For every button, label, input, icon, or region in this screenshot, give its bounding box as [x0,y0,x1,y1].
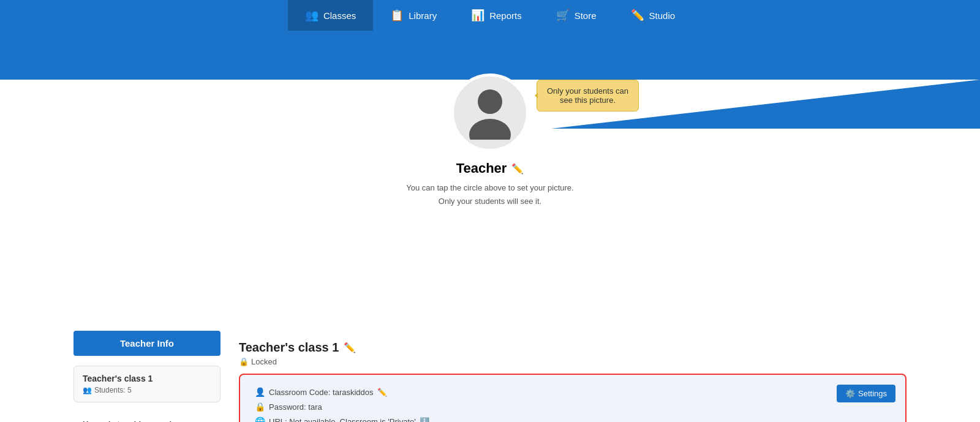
class-header: Teacher's class 1 ✏️ [239,341,907,355]
profile-description: You can tap the circle above to set your… [0,181,980,208]
url-text: URL: Not available. Classroom is 'Privat… [269,417,416,422]
svg-point-2 [469,119,511,140]
nav-reports-label: Reports [489,10,522,21]
profile-name-row: Teacher ✏️ [0,160,980,176]
sidebar: Teacher Info Teacher's class 1 👥 Student… [74,331,221,422]
upgrade-text: Upgrade to add more classrooms. [74,412,221,422]
upgrade-label: Upgrade to add more classrooms. [83,420,211,422]
password-text: Password: tara [269,402,322,412]
info-icon-circle: ℹ️ [420,417,429,422]
main-layout: Teacher Info Teacher's class 1 👥 Student… [61,331,919,422]
sidebar-class-students: 👥 Students: 5 [83,386,211,394]
avatar-silhouette [466,86,514,140]
settings-button[interactable]: ⚙️ Settings [837,385,895,402]
profile-section: Teacher ✏️ You can tap the circle above … [0,160,980,208]
profile-desc-line1: You can tap the circle above to set your… [0,181,980,195]
top-navigation: 👥 Classes 📋 Library 📊 Reports 🛒 Store ✏️… [0,0,980,31]
teacher-info-label: Teacher Info [120,338,174,349]
lock-small-icon: 🔒 [255,402,265,412]
classroom-code-text: Classroom Code: taraskiddos [269,388,374,397]
nav-classes[interactable]: 👥 Classes [288,0,373,31]
nav-reports[interactable]: 📊 Reports [454,0,539,31]
nav-library-label: Library [409,10,437,21]
settings-btn-label: Settings [858,389,887,398]
classes-icon: 👥 [305,9,318,22]
sidebar-class-card[interactable]: Teacher's class 1 👥 Students: 5 [74,366,221,402]
tooltip-line1: Only your students can [547,86,628,96]
tooltip-box: Only your students can see this picture. [537,80,639,111]
lock-icon: 🔒 [239,357,249,366]
classroom-code-row: 👤 Classroom Code: taraskiddos ✏️ [255,387,891,397]
nav-classes-label: Classes [323,10,356,21]
edit-profile-icon[interactable]: ✏️ [511,163,524,175]
profile-name: Teacher [456,160,507,176]
students-count: Students: 5 [94,386,132,394]
main-content: Teacher's class 1 ✏️ 🔒 Locked ⚙️ Setting… [239,331,907,422]
edit-code-icon[interactable]: ✏️ [377,388,387,397]
nav-store[interactable]: 🛒 Store [539,0,614,31]
nav-library[interactable]: 📋 Library [373,0,454,31]
class-title: Teacher's class 1 [239,341,339,355]
settings-icon: ⚙️ [845,389,855,398]
nav-studio[interactable]: ✏️ Studio [614,0,693,31]
sidebar-teacher-info-btn[interactable]: Teacher Info [74,331,221,356]
locked-label: Locked [251,357,277,366]
class-info-box: ⚙️ Settings 👤 Classroom Code: taraskiddo… [239,374,907,422]
class-section: Teacher's class 1 ✏️ 🔒 Locked ⚙️ Setting… [239,341,907,422]
nav-store-label: Store [575,10,597,21]
locked-badge: 🔒 Locked [239,357,907,366]
store-icon: 🛒 [556,9,570,22]
url-row: 🌐 URL: Not available. Classroom is 'Priv… [255,416,891,422]
students-icon: 👥 [83,386,92,394]
user-icon: 👤 [255,387,265,397]
reports-icon: 📊 [471,9,484,22]
password-row: 🔒 Password: tara [255,402,891,412]
edit-class-icon[interactable]: ✏️ [344,342,356,353]
nav-studio-label: Studio [649,10,676,21]
sidebar-class-name: Teacher's class 1 [83,374,211,383]
studio-icon: ✏️ [631,9,644,22]
profile-desc-line2: Only your students will see it. [0,195,980,208]
svg-point-1 [478,89,502,114]
globe-icon: 🌐 [255,416,265,422]
library-icon: 📋 [390,9,404,22]
profile-avatar[interactable] [451,73,529,152]
tooltip-line2: see this picture. [547,96,628,105]
